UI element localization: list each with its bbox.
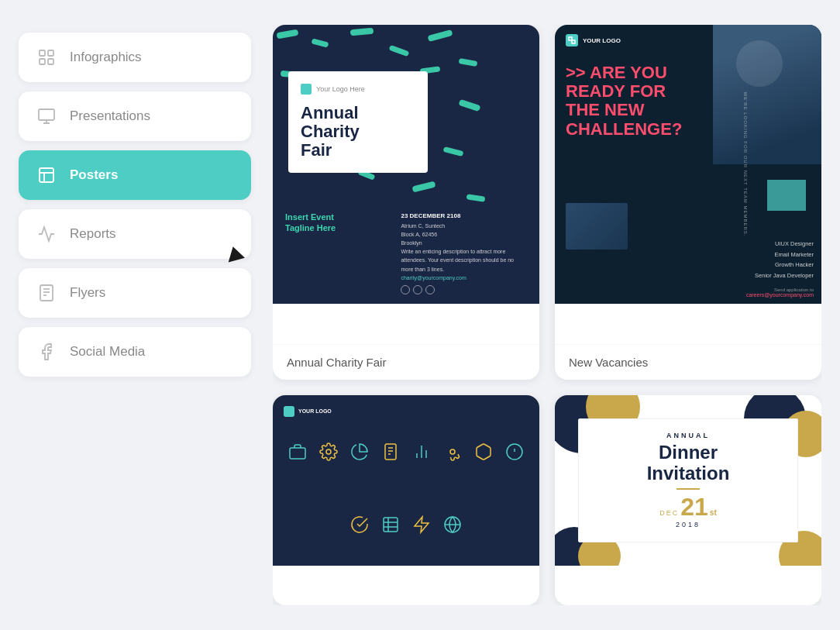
vacancies-card-label: New Vacancies [555, 344, 821, 380]
svg-rect-4 [39, 109, 54, 120]
templates-grid: Your Logo Here Annual Charity Fair Inser… [273, 25, 821, 605]
sidebar-item-presentations[interactable]: Presentations [19, 91, 251, 141]
dinner-date: DEC 21 st [659, 494, 717, 519]
p3-logo: YOUR LOGO [284, 406, 332, 417]
posters-label: Posters [70, 167, 118, 183]
posters-icon [36, 164, 57, 186]
reports-icon [36, 223, 57, 245]
sidebar-item-flyers[interactable]: Flyers [19, 268, 251, 318]
vac-main-heading: >> ARE YOU READY FOR THE NEW CHALLENGE? [566, 64, 682, 139]
social-media-label: Social Media [70, 344, 145, 360]
sidebar-item-infographics[interactable]: Infographics [19, 33, 251, 82]
presentations-label: Presentations [70, 108, 150, 124]
sidebar: Infographics Presentations Posters Repor… [19, 25, 251, 605]
vac-small-photo [566, 203, 628, 250]
svg-rect-0 [40, 50, 45, 56]
svg-rect-3 [48, 59, 53, 64]
sidebar-item-social-media[interactable]: Social Media [19, 327, 251, 377]
svg-rect-16 [290, 448, 305, 459]
dinner-content: ANNUAL Dinner Invitation DEC 21 st 2018 [555, 395, 821, 566]
reports-label: Reports [70, 226, 116, 242]
flyers-icon [36, 282, 57, 304]
svg-point-25 [450, 449, 455, 454]
vacancies-preview: YOUR LOGO WE'RE LOOKING FOR OUR NEXT TEA… [555, 25, 821, 344]
card-poster3[interactable]: YOUR LOGO [273, 395, 539, 606]
vac-header: YOUR LOGO [555, 25, 821, 56]
card-annual-charity-fair[interactable]: Your Logo Here Annual Charity Fair Inser… [273, 25, 539, 380]
charity-fair-preview: Your Logo Here Annual Charity Fair Inser… [273, 25, 539, 344]
card-dinner-invitation[interactable]: ANNUAL Dinner Invitation DEC 21 st 2018 [555, 395, 821, 606]
dinner-divider [676, 488, 700, 490]
flyers-label: Flyers [70, 285, 105, 301]
vac-apply-section: Send application to careers@yourcompany.… [746, 287, 814, 298]
charity-card-label: Annual Charity Fair [273, 344, 539, 380]
sidebar-item-reports[interactable]: Reports [19, 209, 251, 259]
svg-rect-1 [48, 50, 53, 56]
svg-rect-7 [40, 168, 53, 182]
sidebar-item-posters[interactable]: Posters [19, 150, 251, 200]
charity-white-box: Your Logo Here Annual Charity Fair [288, 71, 428, 173]
infographics-label: Infographics [70, 50, 142, 65]
vac-accent-box [767, 180, 806, 211]
svg-rect-18 [385, 444, 396, 460]
charity-title: Annual Charity Fair [301, 104, 415, 160]
svg-marker-30 [415, 517, 429, 532]
card-new-vacancies[interactable]: YOUR LOGO WE'RE LOOKING FOR OUR NEXT TEA… [555, 25, 821, 380]
app-container: Infographics Presentations Posters Repor… [0, 0, 840, 630]
poster3-preview: YOUR LOGO [273, 395, 539, 606]
svg-rect-2 [40, 59, 45, 64]
svg-point-17 [326, 449, 331, 454]
svg-rect-29 [384, 518, 398, 532]
presentations-icon [36, 105, 57, 127]
social-media-icon [36, 341, 57, 363]
charity-bottom-bar: Insert Event Tagline Here 23 DECEMBER 21… [273, 202, 539, 304]
svg-rect-15 [572, 40, 575, 43]
infographics-icon [36, 46, 57, 68]
dinner-preview: ANNUAL Dinner Invitation DEC 21 st 2018 [555, 395, 821, 606]
svg-rect-10 [40, 285, 53, 301]
p3-icons-grid [281, 418, 532, 558]
vac-jobs-list: UIUX Designer Email Marketer Growth Hack… [755, 239, 814, 281]
